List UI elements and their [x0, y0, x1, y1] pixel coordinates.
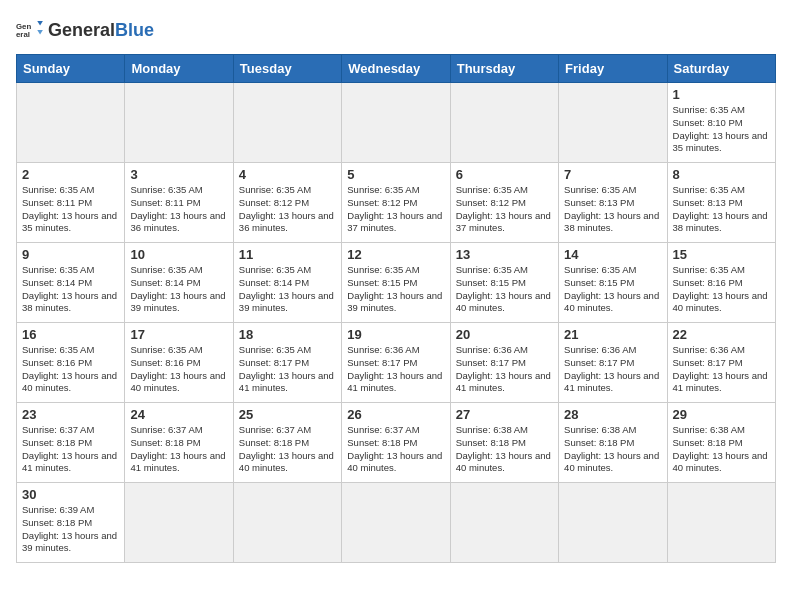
day-number: 5 — [347, 167, 444, 182]
column-header-saturday: Saturday — [667, 55, 775, 83]
day-number: 9 — [22, 247, 119, 262]
day-info: Sunrise: 6:35 AMSunset: 8:13 PMDaylight:… — [673, 184, 770, 235]
calendar-cell — [450, 83, 558, 163]
day-info: Sunrise: 6:35 AMSunset: 8:16 PMDaylight:… — [130, 344, 227, 395]
calendar-header-row: SundayMondayTuesdayWednesdayThursdayFrid… — [17, 55, 776, 83]
calendar-cell — [559, 483, 667, 563]
calendar-cell: 22Sunrise: 6:36 AMSunset: 8:17 PMDayligh… — [667, 323, 775, 403]
calendar-cell: 27Sunrise: 6:38 AMSunset: 8:18 PMDayligh… — [450, 403, 558, 483]
day-info: Sunrise: 6:38 AMSunset: 8:18 PMDaylight:… — [564, 424, 661, 475]
page-header: General GeneralBlue — [16, 16, 776, 44]
calendar-cell: 11Sunrise: 6:35 AMSunset: 8:14 PMDayligh… — [233, 243, 341, 323]
day-number: 14 — [564, 247, 661, 262]
day-info: Sunrise: 6:35 AMSunset: 8:12 PMDaylight:… — [456, 184, 553, 235]
day-number: 4 — [239, 167, 336, 182]
day-info: Sunrise: 6:36 AMSunset: 8:17 PMDaylight:… — [564, 344, 661, 395]
day-number: 2 — [22, 167, 119, 182]
column-header-thursday: Thursday — [450, 55, 558, 83]
day-number: 25 — [239, 407, 336, 422]
calendar-cell — [233, 483, 341, 563]
day-number: 1 — [673, 87, 770, 102]
calendar-cell: 12Sunrise: 6:35 AMSunset: 8:15 PMDayligh… — [342, 243, 450, 323]
day-info: Sunrise: 6:35 AMSunset: 8:13 PMDaylight:… — [564, 184, 661, 235]
day-number: 27 — [456, 407, 553, 422]
day-number: 28 — [564, 407, 661, 422]
column-header-tuesday: Tuesday — [233, 55, 341, 83]
day-info: Sunrise: 6:35 AMSunset: 8:10 PMDaylight:… — [673, 104, 770, 155]
calendar-cell — [125, 483, 233, 563]
day-info: Sunrise: 6:35 AMSunset: 8:16 PMDaylight:… — [673, 264, 770, 315]
week-row-5: 23Sunrise: 6:37 AMSunset: 8:18 PMDayligh… — [17, 403, 776, 483]
day-info: Sunrise: 6:36 AMSunset: 8:17 PMDaylight:… — [347, 344, 444, 395]
day-number: 22 — [673, 327, 770, 342]
day-info: Sunrise: 6:39 AMSunset: 8:18 PMDaylight:… — [22, 504, 119, 555]
day-info: Sunrise: 6:35 AMSunset: 8:15 PMDaylight:… — [456, 264, 553, 315]
day-number: 13 — [456, 247, 553, 262]
calendar-cell: 4Sunrise: 6:35 AMSunset: 8:12 PMDaylight… — [233, 163, 341, 243]
day-info: Sunrise: 6:35 AMSunset: 8:17 PMDaylight:… — [239, 344, 336, 395]
week-row-6: 30Sunrise: 6:39 AMSunset: 8:18 PMDayligh… — [17, 483, 776, 563]
day-info: Sunrise: 6:35 AMSunset: 8:14 PMDaylight:… — [22, 264, 119, 315]
calendar-cell: 23Sunrise: 6:37 AMSunset: 8:18 PMDayligh… — [17, 403, 125, 483]
day-info: Sunrise: 6:35 AMSunset: 8:16 PMDaylight:… — [22, 344, 119, 395]
calendar-cell — [667, 483, 775, 563]
logo-text: GeneralBlue — [48, 21, 154, 39]
column-header-friday: Friday — [559, 55, 667, 83]
calendar-cell: 24Sunrise: 6:37 AMSunset: 8:18 PMDayligh… — [125, 403, 233, 483]
calendar-cell — [342, 83, 450, 163]
day-info: Sunrise: 6:37 AMSunset: 8:18 PMDaylight:… — [130, 424, 227, 475]
calendar-cell: 21Sunrise: 6:36 AMSunset: 8:17 PMDayligh… — [559, 323, 667, 403]
calendar-table: SundayMondayTuesdayWednesdayThursdayFrid… — [16, 54, 776, 563]
calendar-cell: 10Sunrise: 6:35 AMSunset: 8:14 PMDayligh… — [125, 243, 233, 323]
column-header-sunday: Sunday — [17, 55, 125, 83]
week-row-1: 1Sunrise: 6:35 AMSunset: 8:10 PMDaylight… — [17, 83, 776, 163]
calendar-cell: 1Sunrise: 6:35 AMSunset: 8:10 PMDaylight… — [667, 83, 775, 163]
svg-marker-3 — [37, 30, 43, 34]
calendar-cell: 20Sunrise: 6:36 AMSunset: 8:17 PMDayligh… — [450, 323, 558, 403]
calendar-cell: 13Sunrise: 6:35 AMSunset: 8:15 PMDayligh… — [450, 243, 558, 323]
day-number: 11 — [239, 247, 336, 262]
day-info: Sunrise: 6:35 AMSunset: 8:11 PMDaylight:… — [22, 184, 119, 235]
calendar-cell: 14Sunrise: 6:35 AMSunset: 8:15 PMDayligh… — [559, 243, 667, 323]
day-info: Sunrise: 6:36 AMSunset: 8:17 PMDaylight:… — [673, 344, 770, 395]
day-number: 21 — [564, 327, 661, 342]
day-number: 18 — [239, 327, 336, 342]
day-number: 20 — [456, 327, 553, 342]
day-info: Sunrise: 6:37 AMSunset: 8:18 PMDaylight:… — [239, 424, 336, 475]
calendar-cell — [17, 83, 125, 163]
day-info: Sunrise: 6:35 AMSunset: 8:12 PMDaylight:… — [347, 184, 444, 235]
calendar-cell: 2Sunrise: 6:35 AMSunset: 8:11 PMDaylight… — [17, 163, 125, 243]
calendar-cell: 29Sunrise: 6:38 AMSunset: 8:18 PMDayligh… — [667, 403, 775, 483]
calendar-cell: 25Sunrise: 6:37 AMSunset: 8:18 PMDayligh… — [233, 403, 341, 483]
calendar-cell: 8Sunrise: 6:35 AMSunset: 8:13 PMDaylight… — [667, 163, 775, 243]
day-info: Sunrise: 6:35 AMSunset: 8:12 PMDaylight:… — [239, 184, 336, 235]
week-row-3: 9Sunrise: 6:35 AMSunset: 8:14 PMDaylight… — [17, 243, 776, 323]
calendar-cell: 5Sunrise: 6:35 AMSunset: 8:12 PMDaylight… — [342, 163, 450, 243]
day-info: Sunrise: 6:38 AMSunset: 8:18 PMDaylight:… — [673, 424, 770, 475]
column-header-monday: Monday — [125, 55, 233, 83]
calendar-cell — [559, 83, 667, 163]
day-number: 23 — [22, 407, 119, 422]
calendar-cell: 6Sunrise: 6:35 AMSunset: 8:12 PMDaylight… — [450, 163, 558, 243]
day-info: Sunrise: 6:35 AMSunset: 8:11 PMDaylight:… — [130, 184, 227, 235]
day-info: Sunrise: 6:35 AMSunset: 8:14 PMDaylight:… — [130, 264, 227, 315]
calendar-cell: 7Sunrise: 6:35 AMSunset: 8:13 PMDaylight… — [559, 163, 667, 243]
day-info: Sunrise: 6:36 AMSunset: 8:17 PMDaylight:… — [456, 344, 553, 395]
day-number: 15 — [673, 247, 770, 262]
week-row-4: 16Sunrise: 6:35 AMSunset: 8:16 PMDayligh… — [17, 323, 776, 403]
day-number: 29 — [673, 407, 770, 422]
calendar-cell: 18Sunrise: 6:35 AMSunset: 8:17 PMDayligh… — [233, 323, 341, 403]
day-number: 30 — [22, 487, 119, 502]
calendar-cell: 9Sunrise: 6:35 AMSunset: 8:14 PMDaylight… — [17, 243, 125, 323]
day-info: Sunrise: 6:37 AMSunset: 8:18 PMDaylight:… — [347, 424, 444, 475]
logo-icon: General — [16, 16, 44, 44]
day-number: 7 — [564, 167, 661, 182]
day-number: 3 — [130, 167, 227, 182]
day-number: 16 — [22, 327, 119, 342]
day-info: Sunrise: 6:35 AMSunset: 8:15 PMDaylight:… — [347, 264, 444, 315]
calendar-cell — [233, 83, 341, 163]
day-info: Sunrise: 6:35 AMSunset: 8:15 PMDaylight:… — [564, 264, 661, 315]
day-number: 12 — [347, 247, 444, 262]
calendar-cell: 17Sunrise: 6:35 AMSunset: 8:16 PMDayligh… — [125, 323, 233, 403]
svg-marker-2 — [37, 21, 43, 25]
